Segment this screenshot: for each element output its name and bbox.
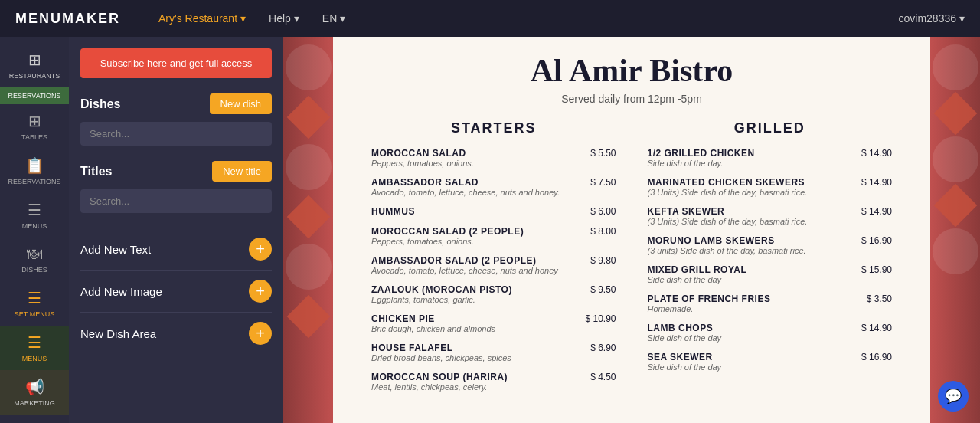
menu-border-left	[283, 37, 333, 423]
starters-title: STARTERS	[371, 120, 616, 136]
sidebar-item-restaurants[interactable]: ⊞ RESTAURANTS	[0, 43, 69, 87]
add-new-image-row[interactable]: Add New Image +	[80, 271, 272, 313]
dishes-title: Dishes	[80, 97, 120, 111]
dishes-section-header: Dishes New dish	[80, 93, 272, 114]
titles-section-header: Titles New title	[80, 161, 272, 182]
dish-desc: Homemade.	[648, 304, 893, 313]
dish-name: MOROCCAN SALAD (2 PEOPLE)	[371, 226, 524, 237]
new-dish-area-label: New Dish Area	[80, 327, 156, 340]
dish-desc: Bric dough, chicken and almonds	[371, 324, 616, 333]
dish-price: $ 9.80	[590, 255, 616, 266]
dish-price: $ 15.90	[861, 264, 892, 275]
sidebar-item-set-menus[interactable]: ☰ SET MENUS	[0, 281, 69, 326]
new-title-button[interactable]: New title	[212, 161, 272, 182]
add-dish-area-circle-btn[interactable]: +	[249, 322, 272, 345]
subscribe-button[interactable]: Subscribe here and get full access	[80, 48, 272, 78]
set-menus-icon: ☰	[28, 289, 41, 307]
add-new-text-row[interactable]: Add New Text +	[80, 228, 272, 271]
dish-desc: Avocado, tomato, lettuce, cheese, nuts a…	[371, 266, 616, 275]
left-sidebar: ⊞ RESTAURANTS RESERVATIONS ⊞ TABLES 📋 RE…	[0, 37, 69, 423]
dish-desc: Peppers, tomatoes, onions.	[371, 159, 616, 168]
menu-subtitle: Served daily from 12pm -5pm	[356, 93, 907, 105]
add-new-text-label: Add New Text	[80, 243, 151, 256]
grilled-list: 1/2 GRILLED CHICKEN $ 14.90 Side dish of…	[648, 148, 893, 372]
restaurants-icon: ⊞	[28, 51, 41, 69]
dish-price: $ 10.90	[585, 313, 616, 324]
reservations-icon: 📋	[25, 156, 44, 175]
add-new-image-label: Add New Image	[80, 285, 162, 298]
sidebar-item-reservations[interactable]: 📋 RESERVATIONS	[0, 149, 69, 193]
dish-item: PLATE OF FRENCH FRIES $ 3.50 Homemade.	[648, 293, 893, 313]
restaurant-selector[interactable]: Ary's Restaurant ▾	[158, 12, 246, 25]
dish-name: MARINATED CHICKEN SKEWERS	[648, 177, 805, 188]
sidebar-item-set-menus-label: SET MENUS	[15, 310, 54, 318]
menus-active-icon: ☰	[28, 333, 41, 352]
dish-name: ZAALOUK (MOROCAN PISTO)	[371, 284, 512, 295]
dish-name: Hummus	[371, 206, 415, 217]
dish-name: MOROCCAN SALAD	[371, 148, 466, 159]
dish-price: $ 14.90	[861, 206, 892, 217]
sidebar-item-restaurants-label: RESTAURANTS	[9, 72, 60, 80]
dish-price: $ 5.50	[590, 148, 616, 159]
dish-desc: Side dish of the day	[648, 362, 893, 372]
sidebar-item-tables[interactable]: ⊞ TABLES	[0, 104, 69, 149]
starters-list: MOROCCAN SALAD $ 5.50 Peppers, tomatoes,…	[371, 148, 616, 392]
dish-price: $ 14.90	[861, 323, 892, 333]
dish-item: AMBASSADOR SALAD $ 7.50 Avocado, tomato,…	[371, 177, 616, 197]
dish-price: $ 6.00	[590, 206, 616, 217]
help-menu[interactable]: Help ▾	[269, 12, 299, 25]
new-dish-button[interactable]: New dish	[210, 93, 272, 114]
sidebar-item-marketing[interactable]: 📢 MARKETING	[0, 370, 69, 415]
dish-name: MIXED GRILL ROYAL	[648, 264, 747, 275]
dish-item: MOROCCAN SOUP (HARIRA) $ 4.50 Meat, lent…	[371, 372, 616, 392]
add-image-circle-btn[interactable]: +	[249, 280, 272, 303]
titles-search-input[interactable]	[80, 189, 272, 213]
dish-desc: Eggplants, tomatoes, garlic.	[371, 295, 616, 304]
dish-price: $ 9.50	[590, 284, 616, 295]
dish-desc: Meat, lentils, chickpeas, celery.	[371, 382, 616, 392]
sidebar-item-reservations-banner[interactable]: RESERVATIONS	[0, 87, 69, 104]
dish-item: MIXED GRILL ROYAL $ 15.90 Side dish of t…	[648, 264, 893, 284]
dish-item: Hummus $ 6.00	[371, 206, 616, 217]
middle-panel: Subscribe here and get full access Dishe…	[69, 37, 283, 423]
language-selector[interactable]: EN ▾	[322, 12, 345, 25]
dishes-icon: 🍽	[27, 245, 42, 263]
tables-icon: ⊞	[28, 112, 41, 130]
dish-name: MORUNO LAMB SKEWERS	[648, 235, 775, 246]
dish-item: LAMB CHOPS $ 14.90 Side dish of the day	[648, 323, 893, 343]
top-nav: MENUMAKER Ary's Restaurant ▾ Help ▾ EN ▾…	[0, 0, 980, 37]
dish-desc: Dried broad beans, chickpeas, spices	[371, 353, 616, 362]
chat-icon: 💬	[945, 388, 962, 405]
dish-desc: (3 Units) Side dish of the day, basmati …	[648, 188, 893, 197]
dish-item: 1/2 GRILLED CHICKEN $ 14.90 Side dish of…	[648, 148, 893, 168]
dish-price: $ 16.90	[861, 352, 892, 362]
sidebar-item-marketing-label: MARKETING	[14, 399, 55, 407]
dish-name: MOROCCAN SOUP (HARIRA)	[371, 372, 508, 382]
dish-price: $ 7.50	[590, 177, 616, 188]
dish-name: CHICKEN PIE	[371, 313, 435, 324]
dish-desc: (3 Units) Side dish of the day, basmati …	[648, 217, 893, 226]
dish-item: HOUSE FALAFEL $ 6.90 Dried broad beans, …	[371, 343, 616, 362]
dish-name: LAMB CHOPS	[648, 323, 714, 333]
dish-price: $ 14.90	[861, 148, 892, 159]
plus-icon-3: +	[256, 326, 265, 341]
new-dish-area-row[interactable]: New Dish Area +	[80, 313, 272, 354]
reservations-banner-label: RESERVATIONS	[8, 92, 60, 100]
sidebar-item-menus-label: MENUS	[22, 222, 47, 230]
dishes-search-input[interactable]	[80, 122, 272, 146]
chat-bubble-btn[interactable]: 💬	[938, 381, 969, 412]
dish-desc: Side dish of the day	[648, 333, 893, 343]
grilled-title: GRILLED	[648, 120, 893, 136]
sidebar-item-menus[interactable]: ☰ MENUS	[0, 193, 69, 238]
dish-desc: Peppers, tomatoes, onions.	[371, 237, 616, 246]
sidebar-item-dishes[interactable]: 🍽 DISHES	[0, 238, 69, 281]
dish-price: $ 6.90	[590, 343, 616, 353]
add-text-circle-btn[interactable]: +	[249, 238, 272, 261]
sidebar-item-menus-active[interactable]: ☰ MENUS	[0, 326, 69, 370]
menu-canvas: Al Amir Bistro Served daily from 12pm -5…	[283, 37, 980, 423]
user-menu[interactable]: covim28336 ▾	[899, 12, 965, 25]
dish-name: 1/2 GRILLED CHICKEN	[648, 148, 755, 159]
dish-price: $ 4.50	[590, 372, 616, 382]
dish-name: AMBASSADOR SALAD	[371, 177, 479, 188]
dish-name: SEA SKEWER	[648, 352, 713, 362]
